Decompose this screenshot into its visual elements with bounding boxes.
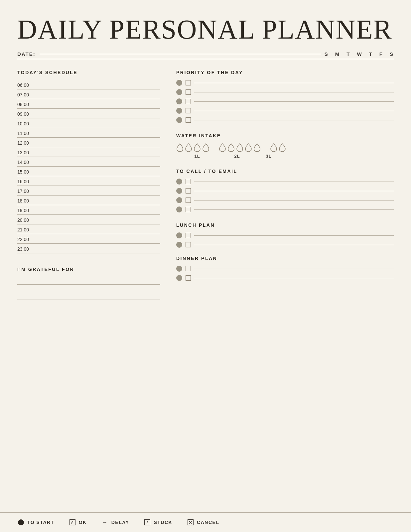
- priority-checkbox[interactable]: [186, 80, 191, 85]
- legend-ok-label: OK: [79, 520, 87, 525]
- row-line: [194, 235, 394, 236]
- water-drop: [185, 143, 192, 152]
- water-title: WATER INTAKE: [176, 133, 394, 138]
- check-row: [176, 232, 394, 238]
- legend-delay-label: DELAY: [111, 520, 129, 525]
- time-row: 11:00: [17, 128, 160, 138]
- water-label-3l: 3L: [259, 154, 279, 159]
- check-row: [176, 206, 394, 212]
- time-label: 07:00: [17, 92, 36, 97]
- schedule-title: TODAY'S SCHEDULE: [17, 70, 160, 75]
- priority-row: [176, 98, 394, 104]
- time-row: 15:00: [17, 167, 160, 176]
- time-row: 21:00: [17, 224, 160, 234]
- schedule-list: 06:0007:0008:0009:0010:0011:0012:0013:00…: [17, 80, 160, 253]
- priority-checkbox[interactable]: [186, 108, 191, 113]
- priority-circle: [176, 89, 182, 95]
- time-label: 14:00: [17, 160, 36, 165]
- check-row: [176, 188, 394, 194]
- priority-line: [194, 111, 394, 111]
- row-checkbox[interactable]: [186, 179, 191, 184]
- days-of-week: SMTWTFS: [325, 51, 394, 57]
- priority-row: [176, 108, 394, 114]
- water-drop: [227, 143, 235, 152]
- row-circle: [176, 179, 182, 185]
- time-label: 20:00: [17, 217, 36, 223]
- priority-section: PRIORITY OF THE DAY: [176, 70, 394, 123]
- right-column: PRIORITY OF THE DAY WATER INTAKE: [176, 70, 394, 307]
- priority-line: [194, 83, 394, 83]
- call-section: TO CALL / TO EMAIL: [176, 169, 394, 212]
- grateful-title: I'M GRATEFUL FOR: [17, 267, 160, 272]
- row-circle: [176, 206, 182, 212]
- water-label-1l: 1L: [179, 154, 215, 159]
- time-row: 12:00: [17, 138, 160, 147]
- row-circle: [176, 275, 182, 281]
- dinner-list: [176, 266, 394, 281]
- water-section: WATER INTAKE 1L 2L 3L: [176, 133, 394, 159]
- row-checkbox[interactable]: [186, 275, 191, 281]
- check-row: [176, 266, 394, 272]
- row-circle: [176, 266, 182, 272]
- priority-title: PRIORITY OF THE DAY: [176, 70, 394, 75]
- left-column: TODAY'S SCHEDULE 06:0007:0008:0009:0010:…: [17, 70, 160, 307]
- time-row: 10:00: [17, 118, 160, 128]
- row-line: [194, 209, 394, 210]
- time-label: 10:00: [17, 121, 36, 126]
- day-label: S: [325, 51, 329, 57]
- date-input-line: [40, 54, 321, 54]
- legend-ok: ✓ OK: [69, 519, 87, 526]
- time-row: 18:00: [17, 196, 160, 205]
- row-line: [194, 182, 394, 182]
- water-group-3: [270, 143, 286, 152]
- row-line: [194, 269, 394, 269]
- time-label: 12:00: [17, 140, 36, 146]
- check-row: [176, 275, 394, 281]
- day-label: S: [390, 51, 394, 57]
- legend-cancel-label: CANCEL: [197, 520, 219, 525]
- schedule-section: TODAY'S SCHEDULE 06:0007:0008:0009:0010:…: [17, 70, 160, 253]
- water-drops: [176, 143, 394, 152]
- water-drop: [219, 143, 226, 152]
- time-row: 22:00: [17, 234, 160, 244]
- priority-checkbox[interactable]: [186, 117, 191, 123]
- row-checkbox[interactable]: [186, 207, 191, 212]
- row-circle: [176, 197, 182, 203]
- priority-checkbox[interactable]: [186, 99, 191, 104]
- row-checkbox[interactable]: [186, 188, 191, 194]
- time-label: 19:00: [17, 208, 36, 213]
- row-line: [194, 245, 394, 245]
- time-row: 08:00: [17, 99, 160, 109]
- filled-circle-icon: [17, 519, 25, 526]
- check-row: [176, 179, 394, 185]
- row-checkbox[interactable]: [186, 233, 191, 238]
- water-drop: [194, 143, 201, 152]
- row-checkbox[interactable]: [186, 242, 191, 247]
- priority-checkbox[interactable]: [186, 89, 191, 95]
- dinner-title: DINNER PLAN: [176, 256, 394, 261]
- day-label: W: [357, 51, 362, 57]
- row-circle: [176, 232, 182, 238]
- time-row: 23:00: [17, 244, 160, 253]
- day-label: M: [335, 51, 340, 57]
- time-label: 16:00: [17, 179, 36, 184]
- row-line: [194, 191, 394, 191]
- time-row: 20:00: [17, 215, 160, 224]
- priority-circle: [176, 80, 182, 86]
- date-label: DATE:: [17, 51, 36, 57]
- row-checkbox[interactable]: [186, 266, 191, 271]
- x-box-icon: ✕: [187, 519, 194, 526]
- row-checkbox[interactable]: [186, 198, 191, 203]
- grateful-line-1: [17, 277, 160, 285]
- date-row: DATE: SMTWTFS: [17, 51, 394, 59]
- time-label: 22:00: [17, 237, 36, 242]
- time-row: 19:00: [17, 205, 160, 215]
- time-label: 17:00: [17, 189, 36, 194]
- check-row: [176, 242, 394, 248]
- legend-cancel: ✕ CANCEL: [187, 519, 219, 526]
- priority-line: [194, 120, 394, 120]
- legend-stuck: / STUCK: [144, 519, 172, 526]
- lunch-list: [176, 232, 394, 248]
- priority-line: [194, 92, 394, 92]
- time-label: 08:00: [17, 102, 36, 107]
